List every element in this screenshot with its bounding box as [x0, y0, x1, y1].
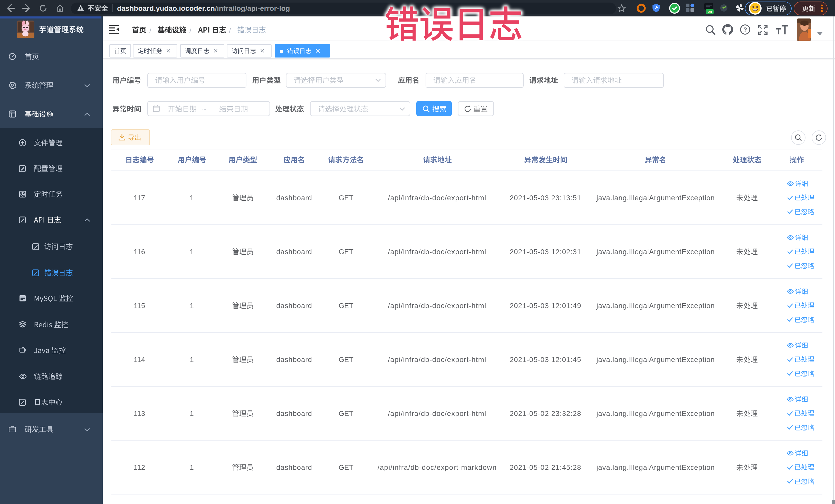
svg-text:?: ? — [744, 26, 747, 33]
svg-text:on: on — [708, 9, 712, 14]
